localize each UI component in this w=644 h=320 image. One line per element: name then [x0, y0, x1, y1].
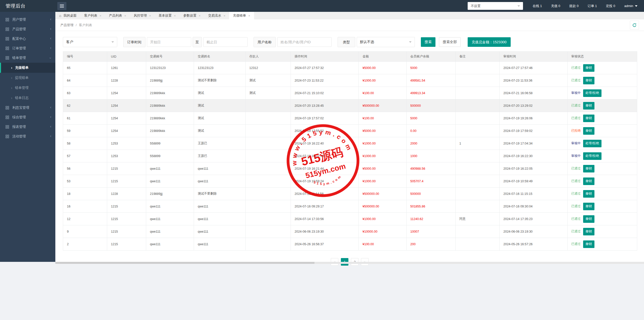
sidebar-item-配置中心[interactable]: 配置中心›	[0, 34, 55, 44]
table-row: 21215qwe111qwe1112024-05-26 16:56:37¥100…	[63, 238, 637, 251]
hamburger-menu-icon[interactable]	[57, 2, 66, 10]
sidebar-subitem-错单管理[interactable]: ›错单管理	[0, 83, 55, 93]
row-action-button[interactable]: 撤销	[583, 64, 594, 72]
row-action-button[interactable]: 处理/拒绝	[583, 89, 601, 97]
tab-客户列表[interactable]: 客户列表×	[80, 12, 105, 19]
cell-name: 测试	[194, 112, 246, 125]
menu-grid-icon	[6, 37, 9, 41]
row-action-button[interactable]: 撤销	[583, 77, 594, 84]
cell-depositor: 测试	[246, 74, 291, 87]
cell-id: 63	[63, 87, 107, 99]
row-action-button[interactable]: 撤销	[583, 115, 594, 122]
start-date-input[interactable]	[147, 37, 191, 47]
end-date-input[interactable]	[203, 37, 248, 47]
cell-audit-time: 2024-07-16 11:15:15	[500, 188, 568, 200]
sidebar-item-报表管理[interactable]: 报表管理›	[0, 122, 55, 132]
breadcrumb-separator: /	[76, 23, 77, 27]
tab-基本设置[interactable]: 基本设置×	[155, 12, 180, 19]
chevron-down-icon: ›	[49, 57, 53, 59]
sidebar-item-错单管理[interactable]: 错单管理›	[0, 53, 55, 63]
row-action-button[interactable]: 撤销	[583, 127, 594, 135]
table-row: 571253558899王源已2024-07-19 16:22:30¥1000.…	[63, 150, 637, 162]
table-header-row: 编号UID交易账号交易姓名存款人操作时间金额会员账户余额备注审核时间审核状态	[63, 52, 637, 62]
cell-audit-status: 已通过撤销	[568, 225, 637, 238]
status-badge: 审核中	[571, 141, 581, 145]
status-badge: 已通过	[571, 192, 581, 195]
cell-op-time: 2024-07-20 13:28:45	[291, 99, 359, 112]
close-icon[interactable]: ×	[124, 14, 126, 18]
chevron-left-icon: ›	[50, 18, 51, 22]
row-action-button[interactable]: 撤销	[583, 240, 594, 248]
username-input[interactable]	[277, 37, 332, 47]
row-action-button[interactable]: 撤销	[583, 165, 594, 172]
row-action-button[interactable]: 撤销	[583, 102, 594, 110]
row-action-button[interactable]: 撤销	[583, 190, 594, 198]
sidebar-item-label: 综合管理	[12, 115, 26, 120]
header-filter-select[interactable]: 不设置	[468, 2, 523, 10]
cell-uid: 1228	[107, 188, 146, 200]
search-button[interactable]: 搜索	[421, 37, 435, 47]
tab-交易流水[interactable]: 交易流水×	[204, 12, 229, 19]
top-header: 不设置 在线 1充值 0提款 0订单 1定投 0 admin	[55, 0, 644, 12]
tab-风控管理[interactable]: 风控管理×	[130, 12, 155, 19]
status-badge: 已通过	[571, 179, 581, 183]
close-icon[interactable]: ×	[99, 14, 101, 18]
chevron-left-icon: ›	[50, 106, 51, 110]
user-menu[interactable]: admin	[624, 4, 637, 8]
sidebar-item-用户管理[interactable]: 用户管理›	[0, 15, 55, 24]
customer-select[interactable]: 客户	[63, 37, 117, 47]
cell-id: 56	[63, 162, 107, 175]
close-icon[interactable]: ×	[149, 14, 151, 18]
cell-id: 2	[63, 238, 107, 251]
row-action-button[interactable]: 撤销	[583, 177, 594, 185]
table-row: 161215qwe111qwe1112024-07-16 09:29:17¥50…	[63, 200, 637, 213]
scrollbar-thumb[interactable]	[55, 262, 314, 264]
table-row: 631254219889kkk测试测试2024-07-21 15:10:02¥1…	[63, 87, 637, 99]
column-header-审核状态: 审核状态	[568, 52, 637, 62]
cell-audit-status: 审核中处理/拒绝	[568, 137, 637, 150]
menu-grid-icon	[6, 56, 9, 60]
cell-op-time: 2024-07-19 16:22:40	[291, 137, 359, 150]
horizontal-scrollbar	[55, 262, 644, 264]
tab-label: 风控管理	[134, 13, 147, 18]
tab-产品列表[interactable]: 产品列表×	[105, 12, 130, 19]
cell-depositor: 测试	[246, 87, 291, 99]
row-action-button[interactable]: 撤销	[583, 203, 594, 210]
close-icon[interactable]: ×	[223, 14, 225, 18]
row-action-button[interactable]: 处理/拒绝	[583, 152, 601, 160]
status-badge: 已通过	[571, 217, 581, 221]
search-all-button[interactable]: 搜索全部	[439, 37, 461, 47]
cell-uid: 1254	[107, 125, 146, 137]
cell-balance: 0.00	[407, 125, 456, 137]
row-action-button[interactable]: 撤销	[583, 228, 594, 235]
cell-uid: 1253	[107, 150, 146, 162]
cell-name: qwe111	[194, 175, 246, 188]
sidebar-item-综合管理[interactable]: 综合管理›	[0, 113, 55, 122]
tab-我的桌面[interactable]: ⌂我的桌面	[55, 12, 80, 19]
sidebar-item-产品管理[interactable]: 产品管理›	[0, 24, 55, 34]
sidebar-subitem-充值错单[interactable]: ›充值错单	[0, 63, 55, 73]
column-header-UID: UID	[107, 52, 146, 62]
sidebar-item-订单管理[interactable]: 订单管理›	[0, 44, 55, 53]
type-select[interactable]: 默认不选	[357, 37, 415, 47]
close-icon[interactable]: ×	[199, 14, 201, 18]
tab-参数设置[interactable]: 参数设置×	[180, 12, 205, 19]
cell-balance: 501855.86	[407, 200, 456, 213]
sidebar-item-活动管理[interactable]: 活动管理›	[0, 132, 55, 141]
cell-remark	[456, 225, 500, 238]
cell-name: 测试	[194, 99, 246, 112]
close-icon[interactable]: ×	[174, 14, 176, 18]
sidebar-subitem-错单日志[interactable]: ›错单日志	[0, 93, 55, 103]
refresh-button[interactable]	[630, 21, 639, 30]
sidebar-item-利息宝管理[interactable]: 利息宝管理›	[0, 103, 55, 113]
row-action-button[interactable]: 撤销	[583, 215, 594, 223]
cell-remark	[456, 74, 500, 87]
sidebar-subitem-提现错单[interactable]: ›提现错单	[0, 73, 55, 83]
row-action-button[interactable]: 处理/拒绝	[583, 140, 601, 147]
close-icon[interactable]: ×	[248, 14, 250, 18]
cell-amount: ¥5000.00	[359, 62, 407, 74]
cell-name: 测试	[194, 125, 246, 137]
tab-充值错单[interactable]: 充值错单×	[229, 12, 254, 19]
cell-uid: 1253	[107, 137, 146, 150]
type-select-value: 默认不选	[360, 40, 374, 44]
